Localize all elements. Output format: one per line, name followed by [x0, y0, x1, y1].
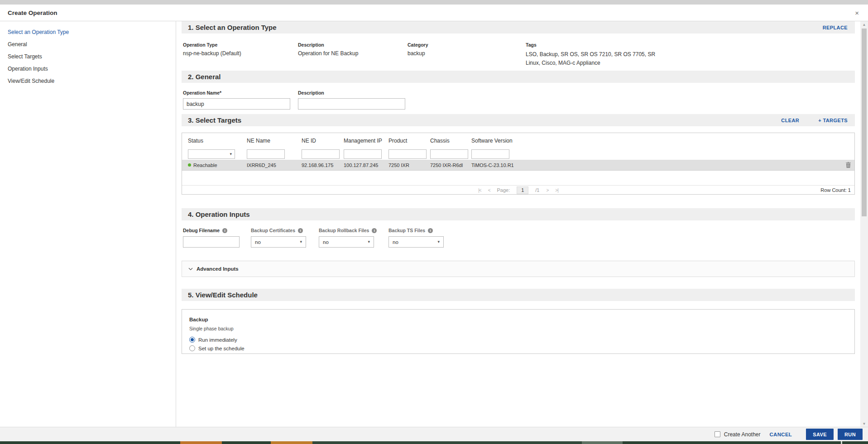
- scroll-up-icon[interactable]: ▲: [863, 21, 866, 28]
- software-version-filter-input[interactable]: [471, 149, 509, 159]
- section-schedule-header: 5. View/Edit Schedule: [182, 289, 855, 301]
- create-another-option[interactable]: Create Another: [715, 431, 761, 438]
- targets-filter-row: ▾: [182, 148, 854, 160]
- operation-inputs-fields: Debug Filename i Backup Certificates i n…: [182, 220, 855, 253]
- save-button[interactable]: SAVE: [806, 429, 834, 440]
- operation-name-input[interactable]: [183, 98, 290, 110]
- ne-id-value: 92.168.96.175: [296, 162, 338, 168]
- strip-segment: [582, 441, 623, 444]
- close-icon[interactable]: ×: [855, 10, 859, 16]
- row-count: Row Count: 1: [820, 187, 851, 193]
- page-label: Page:: [497, 187, 510, 193]
- software-version-value: TiMOS-C-23.10.R1: [465, 162, 565, 168]
- section-inputs-header: 4. Operation Inputs: [182, 208, 855, 220]
- chevron-down-icon: ▾: [368, 240, 370, 244]
- col-product: Product: [383, 138, 424, 144]
- schedule-box: Backup Single phase backup Run immediate…: [182, 309, 855, 354]
- chassis-filter-input[interactable]: [430, 149, 468, 159]
- section-inputs-title: 4. Operation Inputs: [188, 210, 250, 218]
- operation-type-summary: Operation Type nsp-ne-backup (Default) D…: [182, 33, 855, 71]
- ne-id-filter-input[interactable]: [302, 149, 340, 159]
- previous-page-icon[interactable]: <: [488, 188, 490, 193]
- set-up-schedule-label: Set up the schedule: [198, 346, 245, 351]
- targets-table-header: Status NE Name NE ID Management IP Produ…: [182, 133, 854, 148]
- cancel-button[interactable]: CANCEL: [769, 432, 792, 437]
- checkbox-icon[interactable]: [715, 431, 720, 437]
- scroll-down-icon[interactable]: ▼: [863, 420, 866, 427]
- backup-certificates-select[interactable]: no ▾: [251, 236, 306, 248]
- page-number-input[interactable]: [517, 186, 528, 194]
- tags-value: LSO, Backup, SR OS, SR OS 7210, SR OS 77…: [526, 50, 662, 67]
- delete-row-button[interactable]: [836, 162, 854, 168]
- info-icon: i: [298, 228, 303, 233]
- description-input[interactable]: [298, 98, 405, 110]
- col-ne-name: NE Name: [241, 138, 296, 144]
- dialog-titlebar: Create Operation ×: [0, 5, 868, 21]
- ne-name-value: IXRR6D_245: [241, 162, 296, 168]
- management-ip-filter-input[interactable]: [344, 149, 382, 159]
- table-row[interactable]: Reachable IXRR6D_245 92.168.96.175 100.1…: [182, 160, 854, 171]
- debug-filename-input[interactable]: [183, 236, 240, 248]
- strip-segment: [312, 441, 582, 444]
- status-filter-select[interactable]: ▾: [188, 149, 235, 159]
- sidebar-item-view-edit-schedule[interactable]: View/Edit Schedule: [0, 75, 176, 87]
- sidebar-item-operation-inputs[interactable]: Operation Inputs: [0, 63, 176, 75]
- sidebar-item-select-targets[interactable]: Select Targets: [0, 51, 176, 63]
- next-page-icon[interactable]: >: [546, 188, 548, 193]
- info-icon: i: [372, 228, 377, 233]
- add-targets-button[interactable]: + TARGETS: [818, 118, 848, 123]
- run-button[interactable]: RUN: [838, 429, 863, 440]
- background-top-strip: [0, 0, 868, 5]
- content-scrollbar[interactable]: ▲ ▼: [860, 21, 868, 427]
- content-panel: 1. Select an Operation Type REPLACE Oper…: [176, 21, 860, 427]
- page-total: /1: [535, 187, 539, 193]
- strip-segment: [623, 441, 841, 444]
- dialog-title: Create Operation: [8, 10, 58, 16]
- section-general-header: 2. General: [182, 71, 855, 83]
- last-page-icon[interactable]: >|: [555, 188, 558, 193]
- targets-table: Status NE Name NE ID Management IP Produ…: [182, 133, 855, 195]
- sidebar-item-select-operation-type[interactable]: Select an Operation Type: [0, 26, 176, 38]
- first-page-icon[interactable]: |<: [478, 188, 481, 193]
- backup-ts-files-select[interactable]: no ▾: [388, 236, 444, 248]
- general-fields: Operation Name* Description: [182, 83, 855, 114]
- backup-ts-files-value: no: [393, 239, 398, 245]
- set-up-schedule-option[interactable]: Set up the schedule: [189, 345, 854, 351]
- backup-rollback-files-value: no: [323, 239, 329, 245]
- section-targets-title: 3. Select Targets: [188, 116, 241, 124]
- chevron-down-icon: [188, 267, 193, 271]
- backup-rollback-files-select[interactable]: no ▾: [319, 236, 374, 248]
- advanced-inputs-toggle[interactable]: Advanced Inputs: [182, 261, 855, 277]
- run-immediately-option[interactable]: Run immediately: [189, 337, 854, 343]
- schedule-box-subtitle: Single phase backup: [189, 326, 854, 331]
- chevron-down-icon: ▾: [437, 240, 440, 244]
- run-immediately-label: Run immediately: [198, 337, 237, 343]
- radio-selected-icon: [189, 337, 195, 343]
- col-management-ip: Management IP: [338, 138, 383, 144]
- backup-rollback-files-label: Backup Rollback Files: [319, 228, 369, 233]
- schedule-box-title: Backup: [189, 317, 854, 322]
- info-icon: i: [222, 228, 227, 233]
- replace-button[interactable]: REPLACE: [823, 25, 848, 30]
- operation-type-label: Operation Type: [183, 42, 298, 48]
- management-ip-value: 100.127.87.245: [338, 162, 383, 168]
- debug-filename-label: Debug Filename: [183, 228, 220, 233]
- trash-icon: [846, 162, 851, 168]
- clear-button[interactable]: CLEAR: [781, 118, 799, 123]
- tags-label: Tags: [526, 42, 662, 48]
- section-schedule-title: 5. View/Edit Schedule: [188, 291, 258, 299]
- col-chassis: Chassis: [424, 138, 465, 144]
- radio-unselected-icon: [189, 345, 195, 351]
- product-filter-input[interactable]: [388, 149, 427, 159]
- operation-type-value: nsp-ne-backup (Default): [183, 50, 298, 57]
- ne-name-filter-input[interactable]: [247, 149, 285, 159]
- strip-segment: [180, 441, 222, 444]
- chevron-down-icon: ▾: [230, 152, 232, 156]
- section-operation-type-title: 1. Select an Operation Type: [188, 24, 277, 31]
- create-another-label: Create Another: [724, 431, 761, 438]
- strip-segment: [842, 441, 868, 444]
- dialog-body: Select an Operation Type General Select …: [0, 21, 868, 427]
- scrollbar-thumb[interactable]: [862, 29, 867, 216]
- sidebar-item-general[interactable]: General: [0, 38, 176, 51]
- chassis-value: 7250 IXR-R6dl: [424, 162, 465, 168]
